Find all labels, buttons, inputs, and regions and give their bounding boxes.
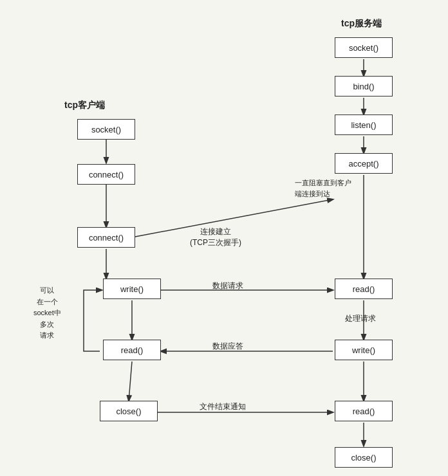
data-request-label: 数据请求 bbox=[212, 280, 243, 291]
diagram-canvas: tcp服务端 tcp客户端 bbox=[0, 0, 448, 476]
server-read1-box: read() bbox=[335, 279, 393, 299]
server-read2-box: read() bbox=[335, 401, 393, 421]
client-read-box: read() bbox=[103, 340, 161, 360]
server-bind-box: bind() bbox=[335, 76, 393, 96]
client-close-box: close() bbox=[100, 401, 158, 421]
server-socket-box: socket() bbox=[335, 37, 393, 58]
blocking-annotation: 一直阻塞直到客户 端连接到达 bbox=[295, 178, 351, 199]
data-response-label: 数据应答 bbox=[212, 341, 243, 352]
process-request-annotation: 处理请求 bbox=[345, 313, 376, 324]
svg-line-11 bbox=[129, 362, 132, 401]
server-accept-box: accept() bbox=[335, 153, 393, 174]
file-end-label: 文件结束通知 bbox=[200, 401, 246, 412]
server-write-box: write() bbox=[335, 340, 393, 360]
server-title: tcp服务端 bbox=[341, 18, 382, 30]
server-listen-box: listen() bbox=[335, 114, 393, 135]
server-close-box: close() bbox=[335, 447, 393, 468]
connection-establish-label: 连接建立 (TCP三次握手) bbox=[190, 226, 241, 248]
client-connect1-box: connect() bbox=[77, 164, 135, 185]
client-connect2-box: connect() bbox=[77, 227, 135, 248]
client-write-box: write() bbox=[103, 279, 161, 299]
client-socket-box: socket() bbox=[77, 119, 135, 140]
multi-request-annotation: 可以 在一个 socket中 多次 请求 bbox=[33, 285, 61, 342]
client-title: tcp客户端 bbox=[64, 100, 105, 111]
